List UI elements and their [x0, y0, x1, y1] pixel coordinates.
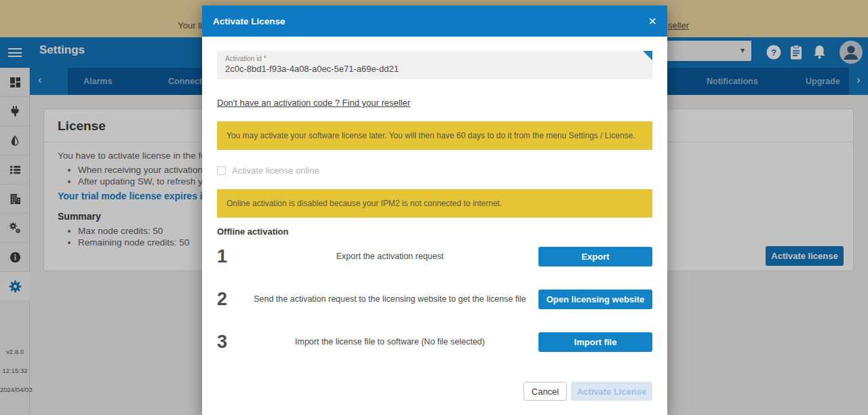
close-icon[interactable]: ×	[648, 14, 656, 28]
activation-id-value: 2c0c-8bd1-f93a-4a08-a0ec-5e71-a69e-dd21	[225, 64, 644, 74]
online-activation-label: Activate license online	[232, 165, 319, 176]
step-description: Send the activation request to the licen…	[241, 294, 538, 304]
offline-step-2: 2 Send the activation request to the lic…	[217, 289, 652, 309]
cancel-button[interactable]: Cancel	[524, 382, 567, 401]
offline-activation-title: Offline activation	[217, 226, 652, 237]
application-window: Your li seller Settings ▾ ?	[0, 0, 868, 415]
online-activation-checkbox[interactable]	[217, 166, 226, 175]
online-activation-row: Activate license online	[217, 165, 652, 176]
find-reseller-link[interactable]: Don't have an activation code ? Find you…	[217, 98, 410, 108]
online-disabled-warning: Online activation is disabled because yo…	[217, 189, 652, 218]
open-licensing-website-button[interactable]: Open licensing website	[538, 290, 652, 309]
step-number: 2	[217, 289, 241, 310]
step-description: Export the activation request	[241, 252, 538, 261]
export-button[interactable]: Export	[538, 247, 652, 266]
offline-step-3: 3 Import the license file to software (N…	[217, 332, 652, 352]
dialog-footer: Cancel Activate License	[217, 382, 652, 401]
activate-license-button-disabled[interactable]: Activate License	[571, 382, 652, 401]
step-number: 1	[217, 246, 241, 267]
dialog-title: Activate License	[213, 16, 648, 26]
import-file-button[interactable]: Import file	[538, 332, 652, 352]
activate-later-warning: You may activate your software license l…	[217, 121, 652, 150]
step-description: Import the license file to software (No …	[241, 337, 538, 347]
activate-license-dialog: Activate License × Activation id * 2c0c-…	[202, 5, 667, 415]
activation-id-label: Activation id *	[225, 55, 644, 62]
step-number: 3	[217, 332, 241, 353]
offline-step-1: 1 Export the activation request Export	[217, 246, 652, 266]
field-corner-marker-icon	[643, 51, 652, 60]
activation-id-field[interactable]: Activation id * 2c0c-8bd1-f93a-4a08-a0ec…	[217, 51, 652, 79]
dialog-header: Activate License ×	[202, 5, 667, 37]
dialog-body: Activation id * 2c0c-8bd1-f93a-4a08-a0ec…	[202, 51, 667, 401]
